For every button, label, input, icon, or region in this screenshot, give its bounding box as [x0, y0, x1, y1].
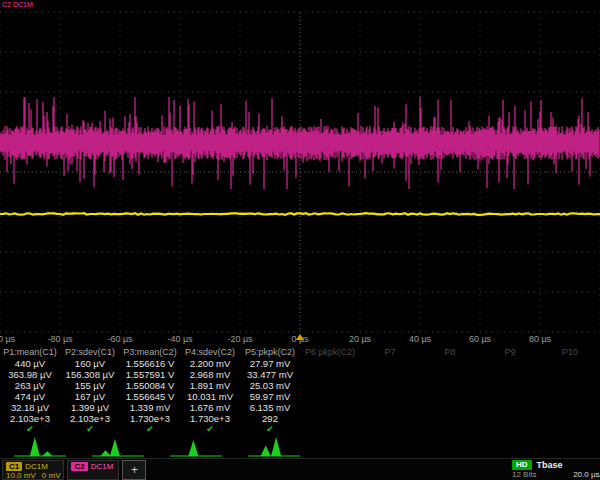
meas-value: 2.103e+3 [0, 413, 60, 424]
time-label: -100 µs [0, 334, 15, 344]
meas-value: 155 µV [60, 380, 120, 391]
meas-header[interactable]: P3:mean(C2) [120, 347, 180, 358]
meas-value [540, 358, 600, 369]
time-label: 80 µs [529, 334, 551, 344]
meas-header: P9 [480, 347, 540, 358]
meas-header[interactable]: P4:sdev(C2) [180, 347, 240, 358]
meas-value [480, 358, 540, 369]
meas-status-check [540, 424, 600, 434]
meas-value [360, 358, 420, 369]
meas-value: 33.477 mV [240, 369, 300, 380]
waveform-display [0, 0, 600, 333]
meas-value: 2.968 mV [180, 369, 240, 380]
meas-value [360, 369, 420, 380]
channel-descriptor-c2[interactable]: C2 DC1M [67, 460, 119, 480]
meas-value: 10.031 mV [180, 391, 240, 402]
meas-header[interactable]: P2:sdev(C1) [60, 347, 120, 358]
meas-value: 1.556645 V [120, 391, 180, 402]
meas-value: 2.200 mV [180, 358, 240, 369]
meas-header[interactable]: P5:pkpk(C2) [240, 347, 300, 358]
meas-status-check [300, 424, 360, 434]
meas-value: 1.891 mV [180, 380, 240, 391]
meas-value [420, 369, 480, 380]
channel-c1-offset: 0 mV [42, 471, 61, 480]
meas-value: 440 µV [0, 358, 60, 369]
histicon[interactable] [170, 435, 222, 457]
meas-value [360, 402, 420, 413]
channel-c1-coupling: DC1M [25, 462, 48, 471]
meas-value [420, 402, 480, 413]
meas-value [480, 391, 540, 402]
add-trace-button[interactable]: + [122, 460, 146, 480]
meas-value [360, 413, 420, 424]
meas-value: 292 [240, 413, 300, 424]
histicon[interactable] [248, 435, 300, 457]
histicon-row [0, 434, 600, 458]
channel-c1-badge[interactable]: C1 [6, 462, 22, 471]
meas-value: 363.98 µV [0, 369, 60, 380]
time-label: -20 µs [227, 334, 252, 344]
meas-status-check [420, 424, 480, 434]
meas-value: 25.03 mV [240, 380, 300, 391]
meas-value: 59.97 mV [240, 391, 300, 402]
meas-value: 1.339 mV [120, 402, 180, 413]
timebase-descriptor[interactable]: HD Tbase 12 Bits 20.0 µs/div [512, 460, 600, 480]
meas-value [540, 402, 600, 413]
meas-value [300, 380, 360, 391]
meas-value [480, 413, 540, 424]
channel-descriptors: C1 DC1M 10.0 mV 0 mV C2 DC1M + [2, 460, 146, 480]
meas-value: 1.550084 V [120, 380, 180, 391]
meas-value [360, 391, 420, 402]
meas-value [480, 380, 540, 391]
trigger-time-marker[interactable] [296, 334, 304, 340]
meas-value: 1.399 µV [60, 402, 120, 413]
meas-value: 1.556616 V [120, 358, 180, 369]
time-label: 40 µs [409, 334, 431, 344]
oscilloscope-screen: C2 DC1M -100 µs-80 µs-60 µs-40 µs-20 µs0… [0, 0, 600, 480]
time-label: -60 µs [107, 334, 132, 344]
meas-value [420, 391, 480, 402]
meas-value: 1.557591 V [120, 369, 180, 380]
meas-status-check: ✔ [240, 424, 300, 434]
meas-value: 167 µV [60, 391, 120, 402]
meas-value [420, 413, 480, 424]
time-label: 20 µs [349, 334, 371, 344]
meas-header: P6:pkpk(C2) [300, 347, 360, 358]
time-label: 60 µs [469, 334, 491, 344]
meas-value [300, 358, 360, 369]
trace-c2[interactable] [0, 97, 599, 189]
meas-header: P7 [360, 347, 420, 358]
meas-value [300, 402, 360, 413]
meas-value: 27.97 mV [240, 358, 300, 369]
timebase-label: Tbase [537, 460, 563, 470]
histicon[interactable] [92, 435, 144, 457]
meas-header[interactable]: P1:mean(C1) [0, 347, 60, 358]
channel-descriptor-c1[interactable]: C1 DC1M 10.0 mV 0 mV [2, 460, 64, 480]
trace-c1[interactable] [0, 213, 600, 215]
meas-value [540, 391, 600, 402]
measure-table: P1:mean(C1)P2:sdev(C1)P3:mean(C2)P4:sdev… [0, 347, 600, 434]
timebase-value: 20.0 µs/div [573, 470, 600, 480]
meas-value [540, 413, 600, 424]
meas-status-check [480, 424, 540, 434]
meas-value [300, 391, 360, 402]
meas-value [480, 369, 540, 380]
hd-mode-badge: HD [512, 460, 532, 470]
time-label: -80 µs [47, 334, 72, 344]
bottom-bar: C1 DC1M 10.0 mV 0 mV C2 DC1M + [0, 458, 600, 480]
meas-status-check [360, 424, 420, 434]
channel-c2-badge[interactable]: C2 [71, 462, 87, 471]
histicon[interactable] [14, 435, 66, 457]
meas-header: P8 [420, 347, 480, 358]
meas-value: 1.730e+3 [180, 413, 240, 424]
time-label: -40 µs [167, 334, 192, 344]
meas-value [540, 380, 600, 391]
meas-value: 156.308 µV [60, 369, 120, 380]
meas-value: 32.18 µV [0, 402, 60, 413]
meas-value: 1.676 mV [180, 402, 240, 413]
meas-value [300, 413, 360, 424]
meas-value: 160 µV [60, 358, 120, 369]
meas-value: 6.135 mV [240, 402, 300, 413]
meas-value: 2.103e+3 [60, 413, 120, 424]
channel-c1-vdiv: 10.0 mV [6, 471, 36, 480]
